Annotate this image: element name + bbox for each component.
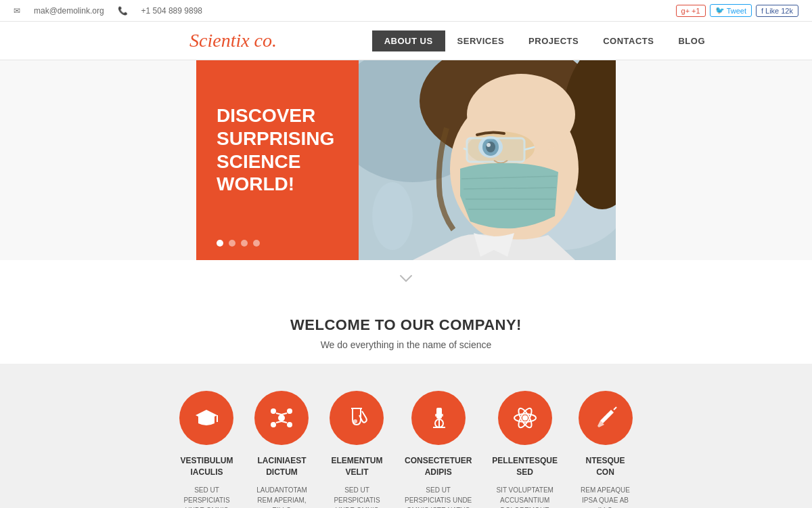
nav-services[interactable]: SERVICES [445,30,517,51]
feature-item-1: LACINIAESTDICTUM LAUDANTOTAM REM APERIAM… [244,384,319,508]
main-nav: ABOUT US SERVICES PROJECTS CONTACTS BLOG [372,30,717,51]
like-button[interactable]: f Like 12k [756,5,798,17]
nav-blog[interactable]: BLOG [666,30,717,51]
svg-line-29 [276,421,281,423]
topbar-social: g+ +1 🐦 Tweet f Like 12k [676,4,798,17]
svg-point-20 [372,182,413,250]
feature-desc-1: LAUDANTOTAM REM APERIAM, EILLO INVENTORE… [254,485,309,508]
welcome-section: WELCOME TO OUR COMPANY! We do everything… [0,296,812,364]
svg-point-22 [278,415,285,421]
email-icon: ✉ [14,6,20,16]
features-grid: VESTIBULUMIACULIS SED UT PERSPICIATIS UN… [169,384,643,508]
feature-desc-2: SED UT PERSPICIATIS UNDE OMNIS IBUS VOLU… [330,485,384,508]
like-label: Like [765,7,779,15]
logo[interactable]: Scientix co. [189,30,277,51]
feature-icon-5[interactable] [579,391,633,445]
feature-desc-4: SIT VOLUPTATEM ACCUSANTIUM DOLOREMQUE LA… [492,485,558,508]
nav-contacts[interactable]: CONTACTS [591,30,666,51]
welcome-subtitle: We do everything in the name of science [0,339,812,350]
feature-desc-0: SED UT PERSPICIATIS UNDE OMNIS ISTE NATU… [179,485,234,508]
feature-title-1: LACINIAESTDICTUM [254,455,309,478]
svg-point-32 [353,419,357,423]
feature-item-4: PELLENTESQUESED SIT VOLUPTATEM ACCUSANTI… [482,384,568,508]
phone-number: +1 504 889 9898 [141,6,202,16]
hero-section: DISCOVER SURPRISING SCIENCE WORLD! [0,60,812,260]
hero-dot-3[interactable] [241,240,248,247]
logo-text: Scientix co. [189,30,277,51]
features-section: VESTIBULUMIACULIS SED UT PERSPICIATIS UN… [0,364,812,508]
hero-image [359,60,616,260]
svg-point-24 [287,408,292,414]
like-count: 12k [781,7,793,15]
hero-dot-2[interactable] [229,240,235,247]
svg-line-28 [281,413,287,415]
tweet-label: Tweet [727,7,746,15]
svg-point-25 [271,422,276,427]
hero-dots [217,240,260,247]
tweet-button[interactable]: 🐦 Tweet [710,4,752,17]
feature-icon-3[interactable] [411,391,466,445]
feature-title-0: VESTIBULUMIACULIS [179,455,234,478]
like-icon: f [761,7,763,15]
feature-icon-4[interactable] [498,391,552,445]
feature-title-2: ELEMENTUMVELIT [330,455,384,478]
feature-title-5: NTESQUECON [578,455,633,478]
header: Scientix co. ABOUT US SERVICES PROJECTS … [0,22,812,60]
hero-dot-4[interactable] [253,240,260,247]
gplus-button[interactable]: g+ +1 [676,5,706,17]
hero-dot-1[interactable] [217,240,223,247]
topbar-contact: ✉ mak@demolink.org 📞 +1 504 889 9898 [14,6,202,16]
svg-line-42 [614,407,616,410]
gplus-count: +1 [692,7,700,15]
hero-left-panel: DISCOVER SURPRISING SCIENCE WORLD! [196,60,359,260]
svg-point-26 [287,422,292,427]
welcome-title: WELCOME TO OUR COMPANY! [0,316,812,334]
feature-desc-5: REM APEAQUE IPSA QUAE AB ILLO INVENTORE … [578,485,633,508]
feature-icon-2[interactable] [330,391,384,445]
feature-icon-1[interactable] [254,391,309,445]
topbar: ✉ mak@demolink.org 📞 +1 504 889 9898 g+ … [0,0,812,22]
svg-rect-13 [467,138,524,162]
svg-line-27 [276,413,281,415]
gplus-icon: g+ [681,7,690,15]
tweet-icon: 🐦 [715,6,725,15]
feature-item-3: CONSECTETUERADIPIS SED UT PERSPICIATIS U… [394,384,482,508]
svg-rect-34 [435,414,443,417]
nav-projects[interactable]: PROJECTS [516,30,591,51]
feature-item-2: ELEMENTUMVELIT SED UT PERSPICIATIS UNDE … [319,384,394,508]
hero-right-panel [359,60,616,260]
phone-icon: 📞 [118,6,128,16]
svg-point-38 [522,415,528,421]
svg-line-30 [281,421,287,423]
feature-desc-3: SED UT PERSPICIATIS UNDE OMNIS ISTE NATU… [405,485,472,508]
feature-title-3: CONSECTETUERADIPIS [405,455,472,478]
feature-title-4: PELLENTESQUESED [492,455,558,478]
feature-item-0: VESTIBULUMIACULIS SED UT PERSPICIATIS UN… [169,384,244,508]
svg-rect-33 [436,408,442,419]
divider-arrow-top [0,260,812,296]
hero-container: DISCOVER SURPRISING SCIENCE WORLD! [196,60,616,260]
feature-item-5: NTESQUECON REM APEAQUE IPSA QUAE AB ILLO… [568,384,643,508]
nav-about-us[interactable]: ABOUT US [372,30,445,51]
email-address: mak@demolink.org [34,6,104,16]
feature-icon-0[interactable] [179,391,233,445]
chevron-down-icon [399,274,413,282]
svg-point-23 [271,408,276,414]
hero-title: DISCOVER SURPRISING SCIENCE WORLD! [217,104,338,195]
